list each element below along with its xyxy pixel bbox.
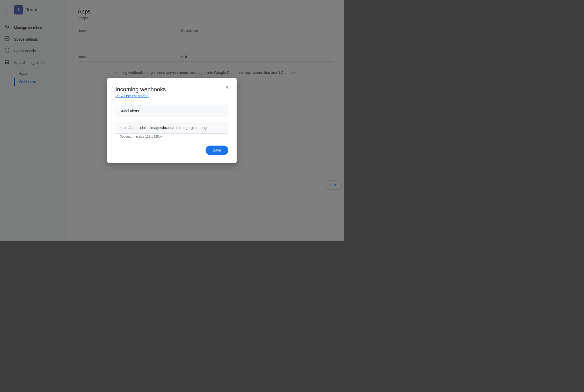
modal-close-button[interactable]: ✕ [223,83,231,91]
modal-overlay[interactable]: ✕ Incoming webhooks View Documentation O… [0,0,344,241]
modal-title: Incoming webhooks [115,86,228,93]
incoming-webhooks-modal: ✕ Incoming webhooks View Documentation O… [107,78,237,163]
avatar-hint: Optional; min size 128 x 128px [115,135,228,138]
save-button[interactable]: Save [206,146,228,155]
modal-view-documentation-link[interactable]: View Documentation [115,94,228,98]
webhook-name-input[interactable] [115,105,228,117]
modal-footer: Save [115,146,228,155]
webhook-avatar-url-input[interactable] [115,122,228,134]
close-icon: ✕ [225,84,230,90]
